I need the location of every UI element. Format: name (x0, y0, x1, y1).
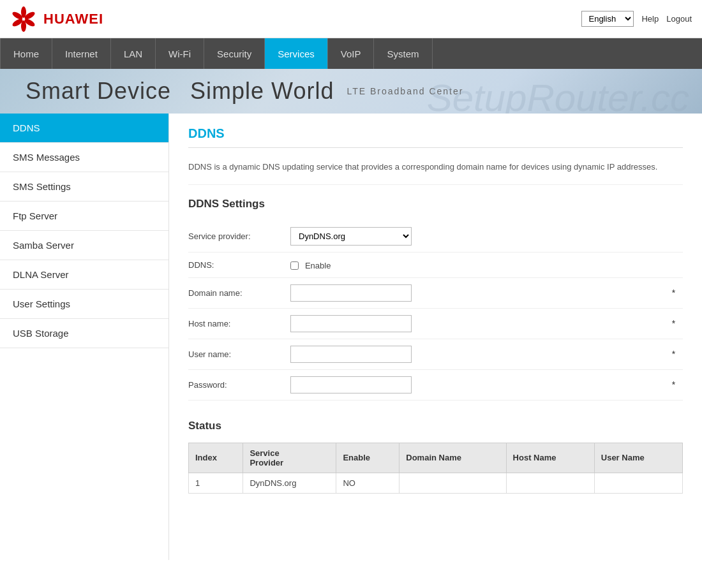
host-name-input[interactable] (290, 315, 412, 332)
ddns-label: DDNS: (188, 252, 290, 277)
status-service-provider: DynDNS.org (243, 473, 336, 493)
host-name-label: Host name: (188, 308, 290, 339)
col-service-provider: ServiceProvider (243, 443, 336, 473)
ddns-settings-form: Service provider: DynDNS.org No-IP.com 3… (188, 221, 683, 401)
nav-wifi[interactable]: Wi-Fi (156, 38, 204, 69)
table-row: 1 DynDNS.org NO (189, 473, 683, 493)
nav-services[interactable]: Services (265, 38, 328, 69)
host-name-required: * (672, 308, 683, 339)
status-domain-name (400, 473, 506, 493)
logo-area: HUAWEI (10, 6, 103, 33)
password-label: Password: (188, 369, 290, 400)
domain-name-input[interactable] (290, 284, 412, 302)
language-select[interactable]: English Chinese (581, 11, 634, 27)
nav-home[interactable]: Home (0, 38, 52, 69)
sidebar-item-usb-storage[interactable]: USB Storage (0, 319, 168, 348)
nav-system[interactable]: System (374, 38, 432, 69)
host-name-cell (290, 308, 672, 339)
password-input[interactable] (290, 376, 412, 393)
domain-name-required: * (672, 277, 683, 308)
nav-security[interactable]: Security (204, 38, 265, 69)
domain-name-cell (290, 277, 672, 308)
col-index: Index (189, 443, 243, 473)
status-index: 1 (189, 473, 243, 493)
banner-simple-world: Simple World (190, 78, 334, 105)
password-cell (290, 369, 672, 400)
banner: Smart Device Simple World LTE Broadband … (0, 69, 702, 114)
col-user-name: User Name (594, 443, 682, 473)
ddns-enable-label: Enable (305, 261, 331, 270)
domain-name-label: Domain name: (188, 277, 290, 308)
service-provider-cell: DynDNS.org No-IP.com 3322.org (290, 221, 672, 253)
status-table-header-row: Index ServiceProvider Enable Domain Name… (189, 443, 683, 473)
sidebar-item-user-settings[interactable]: User Settings (0, 290, 168, 319)
sidebar-item-sms-messages[interactable]: SMS Messages (0, 143, 168, 172)
user-name-label: User name: (188, 339, 290, 369)
banner-watermark: SetupRouter.cc (427, 76, 689, 114)
col-host-name: Host Name (506, 443, 594, 473)
sidebar-item-samba-server[interactable]: Samba Server (0, 231, 168, 260)
col-domain-name: Domain Name (400, 443, 506, 473)
status-user-name (594, 473, 682, 493)
navbar: Home Internet LAN Wi-Fi Security Service… (0, 38, 702, 69)
status-enable: NO (336, 473, 400, 493)
main-layout: DDNS SMS Messages SMS Settings Ftp Serve… (0, 114, 702, 560)
password-row: Password: * (188, 369, 683, 400)
status-table: Index ServiceProvider Enable Domain Name… (188, 443, 683, 494)
page-title: DDNS (188, 126, 683, 148)
brand-name: HUAWEI (43, 11, 103, 27)
host-name-row: Host name: * (188, 308, 683, 339)
huawei-logo-icon (10, 6, 37, 33)
service-provider-select[interactable]: DynDNS.org No-IP.com 3322.org (290, 227, 412, 246)
logout-link[interactable]: Logout (666, 14, 692, 24)
service-provider-label: Service provider: (188, 221, 290, 253)
content-area: DDNS DDNS is a dynamic DNS updating serv… (169, 114, 702, 560)
user-name-required: * (672, 339, 683, 369)
user-name-cell (290, 339, 672, 369)
service-provider-row: Service provider: DynDNS.org No-IP.com 3… (188, 221, 683, 253)
nav-voip[interactable]: VoIP (328, 38, 375, 69)
status-section-title: Status (188, 420, 683, 432)
settings-section-title: DDNS Settings (188, 198, 683, 210)
sidebar: DDNS SMS Messages SMS Settings Ftp Serve… (0, 114, 169, 560)
sidebar-item-dlna-server[interactable]: DLNA Server (0, 260, 168, 290)
nav-internet[interactable]: Internet (52, 38, 111, 69)
user-name-input[interactable] (290, 346, 412, 363)
nav-lan[interactable]: LAN (111, 38, 156, 69)
status-host-name (506, 473, 594, 493)
col-enable: Enable (336, 443, 400, 473)
password-required: * (672, 369, 683, 400)
domain-name-row: Domain name: * (188, 277, 683, 308)
header: HUAWEI English Chinese Help Logout (0, 0, 702, 38)
sidebar-item-ftp-server[interactable]: Ftp Server (0, 202, 168, 231)
banner-smart-device: Smart Device (26, 78, 171, 105)
ddns-enable-row: DDNS: Enable (188, 252, 683, 277)
ddns-enable-cell: Enable (290, 252, 672, 277)
ddns-description: DDNS is a dynamic DNS updating service t… (188, 161, 683, 185)
sidebar-item-sms-settings[interactable]: SMS Settings (0, 172, 168, 202)
ddns-enable-checkbox[interactable] (290, 261, 299, 270)
user-name-row: User name: * (188, 339, 683, 369)
help-link[interactable]: Help (641, 14, 659, 24)
header-right: English Chinese Help Logout (581, 11, 692, 27)
sidebar-item-ddns[interactable]: DDNS (0, 114, 168, 143)
